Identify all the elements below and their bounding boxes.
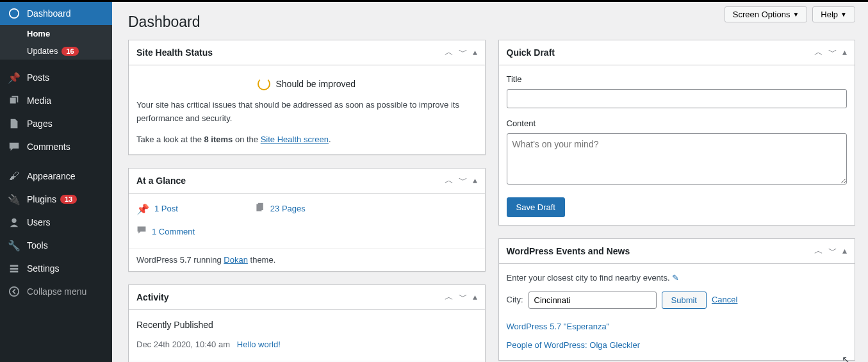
comment-icon bbox=[8, 140, 20, 153]
sidebar-item-settings[interactable]: Settings bbox=[0, 257, 112, 280]
user-icon bbox=[8, 216, 20, 229]
city-submit-button[interactable]: Submit bbox=[662, 292, 707, 309]
glance-pages[interactable]: 23 Pages bbox=[255, 201, 306, 218]
chevron-down-icon: ▼ bbox=[840, 11, 847, 18]
wrench-icon: 🔧 bbox=[8, 239, 20, 252]
move-down-icon[interactable]: ﹀ bbox=[828, 47, 837, 58]
chevron-down-icon: ▼ bbox=[792, 11, 799, 18]
svg-rect-4 bbox=[10, 268, 19, 270]
svg-rect-1 bbox=[10, 98, 16, 104]
dashboard-icon bbox=[8, 7, 20, 20]
settings-icon bbox=[8, 262, 20, 275]
svg-rect-8 bbox=[258, 203, 263, 210]
brush-icon: 🖌 bbox=[8, 170, 20, 183]
move-down-icon[interactable]: ﹀ bbox=[828, 245, 837, 257]
events-title: WordPress Events and News bbox=[507, 246, 630, 256]
glance-footer: WordPress 5.7 running Dokan theme. bbox=[129, 248, 485, 271]
news-link[interactable]: People of WordPress: Olga Gleckler bbox=[507, 339, 848, 352]
move-up-icon[interactable]: ︿ bbox=[814, 47, 823, 58]
sidebar-item-media[interactable]: Media bbox=[0, 89, 112, 112]
pin-icon: 📌 bbox=[8, 71, 20, 84]
move-down-icon[interactable]: ﹀ bbox=[459, 47, 468, 58]
screen-options-button[interactable]: Screen Options▼ bbox=[725, 6, 808, 22]
move-down-icon[interactable]: ﹀ bbox=[459, 292, 468, 303]
city-cancel-link[interactable]: Cancel bbox=[712, 293, 737, 307]
activity-box: Activity ︿﹀▴ Recently Published Dec 24th… bbox=[128, 284, 486, 362]
page-icon bbox=[8, 117, 20, 130]
svg-rect-5 bbox=[10, 271, 19, 273]
pages-icon bbox=[255, 201, 265, 218]
move-up-icon[interactable]: ︿ bbox=[445, 175, 454, 186]
sidebar-item-tools[interactable]: 🔧Tools bbox=[0, 234, 112, 257]
qd-title-label: Title bbox=[507, 73, 848, 86]
health-spinner-icon bbox=[258, 78, 270, 90]
collapse-icon bbox=[8, 285, 20, 298]
save-draft-button[interactable]: Save Draft bbox=[507, 197, 565, 217]
toggle-icon[interactable]: ▴ bbox=[473, 175, 477, 186]
svg-point-6 bbox=[10, 287, 19, 296]
move-up-icon[interactable]: ︿ bbox=[445, 292, 454, 303]
sidebar-item-appearance[interactable]: 🖌Appearance bbox=[0, 165, 112, 188]
help-button[interactable]: Help▼ bbox=[812, 6, 855, 22]
sidebar-item-plugins[interactable]: 🔌Plugins 13 bbox=[0, 188, 112, 211]
activity-title: Activity bbox=[136, 292, 169, 302]
media-icon bbox=[8, 94, 20, 107]
svg-point-2 bbox=[12, 218, 16, 223]
qd-content-label: Content bbox=[507, 117, 848, 131]
at-a-glance-box: At a Glance ︿﹀▴ 📌1 Post 23 Pages 1 Comme… bbox=[128, 168, 486, 272]
health-desc: Your site has critical issues that shoul… bbox=[136, 99, 477, 126]
site-health-link[interactable]: Site Health screen bbox=[261, 135, 329, 144]
city-label: City: bbox=[507, 293, 523, 307]
toggle-icon[interactable]: ▴ bbox=[473, 47, 477, 58]
sidebar-item-users[interactable]: Users bbox=[0, 211, 112, 234]
sidebar-label: Dashboard bbox=[27, 8, 71, 19]
activity-row: Dec 24th 2020, 10:40 am Hello world! bbox=[136, 338, 477, 352]
site-health-box: Site Health Status ︿﹀▴ Should be improve… bbox=[128, 40, 486, 155]
city-input[interactable] bbox=[528, 292, 657, 309]
svg-rect-3 bbox=[10, 265, 19, 267]
quick-draft-box: Quick Draft ︿﹀▴ Title Content Save Draft bbox=[498, 40, 856, 226]
events-prompt: Enter your closest city to find nearby e… bbox=[507, 272, 848, 285]
qd-title-input[interactable] bbox=[507, 89, 848, 108]
glance-comments[interactable]: 1 Comment bbox=[136, 224, 477, 240]
qd-content-textarea[interactable] bbox=[507, 133, 848, 185]
move-up-icon[interactable]: ︿ bbox=[814, 245, 823, 257]
theme-link[interactable]: Dokan bbox=[224, 255, 248, 265]
activity-post-link[interactable]: Hello world! bbox=[237, 340, 281, 349]
edit-location-icon[interactable]: ✎ bbox=[672, 273, 679, 283]
plug-icon: 🔌 bbox=[8, 193, 20, 206]
sidebar-item-comments[interactable]: Comments bbox=[0, 135, 112, 158]
toggle-icon[interactable]: ▴ bbox=[842, 245, 847, 257]
sidebar-sub-home[interactable]: Home bbox=[0, 25, 112, 42]
move-down-icon[interactable]: ﹀ bbox=[459, 175, 468, 186]
news-link[interactable]: WordPress 5.7 "Esperanza" bbox=[507, 320, 848, 334]
sidebar-collapse[interactable]: Collapse menu bbox=[0, 280, 112, 303]
plugins-badge: 13 bbox=[60, 195, 77, 204]
quick-draft-title: Quick Draft bbox=[507, 47, 555, 58]
health-cta: Take a look at the 8 items on the Site H… bbox=[136, 133, 477, 147]
sidebar-item-pages[interactable]: Pages bbox=[0, 112, 112, 135]
updates-badge: 16 bbox=[61, 47, 78, 56]
toggle-icon[interactable]: ▴ bbox=[842, 47, 847, 58]
glance-posts[interactable]: 📌1 Post bbox=[136, 201, 178, 218]
health-status: Should be improved bbox=[275, 77, 356, 91]
glance-title: At a Glance bbox=[136, 176, 186, 186]
toggle-icon[interactable]: ▴ bbox=[473, 292, 477, 303]
events-news-box: WordPress Events and News ︿﹀▴ Enter your… bbox=[498, 238, 856, 360]
sidebar-item-posts[interactable]: 📌Posts bbox=[0, 66, 112, 89]
main-content: Screen Options▼ Help▼ Dashboard Site Hea… bbox=[115, 2, 868, 362]
site-health-title: Site Health Status bbox=[136, 47, 213, 58]
sidebar-item-dashboard[interactable]: Dashboard bbox=[0, 2, 112, 25]
recently-published-heading: Recently Published bbox=[136, 318, 477, 332]
admin-sidebar: Dashboard Home Updates16 📌Posts Media Pa… bbox=[0, 2, 112, 362]
comment-icon bbox=[136, 224, 147, 240]
sidebar-sub-updates[interactable]: Updates16 bbox=[0, 42, 112, 60]
move-up-icon[interactable]: ︿ bbox=[445, 47, 454, 58]
pin-icon: 📌 bbox=[136, 201, 149, 218]
